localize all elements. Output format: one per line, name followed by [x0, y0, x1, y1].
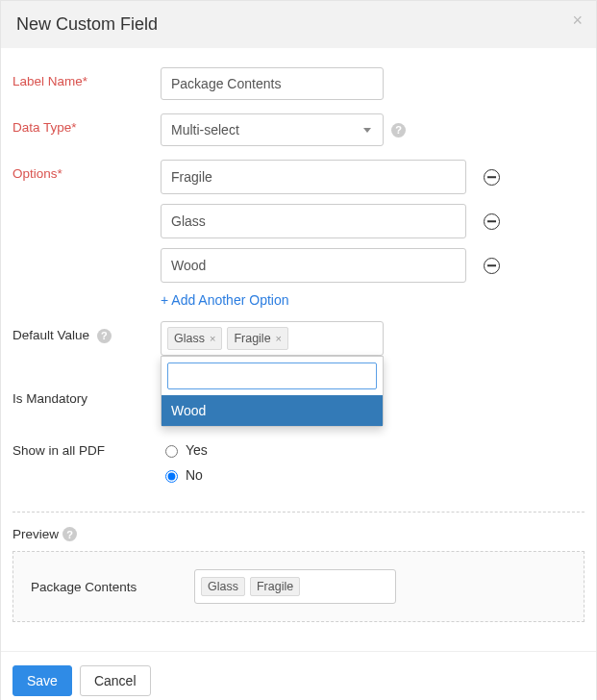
- tag: Glass ×: [167, 327, 222, 350]
- row-show-in-pdf: Show in all PDF Yes No: [12, 437, 585, 488]
- remove-option-icon[interactable]: [484, 169, 500, 186]
- label-options: Options*: [12, 160, 161, 181]
- preview-multiselect[interactable]: Glass Fragile: [194, 569, 396, 604]
- help-icon[interactable]: ?: [62, 527, 77, 541]
- option-row: [161, 160, 585, 194]
- row-default-value: Default Value ? Glass × Fragile ×: [12, 321, 585, 356]
- add-option-link[interactable]: + Add Another Option: [161, 292, 289, 308]
- option-row: [161, 248, 585, 283]
- remove-option-icon[interactable]: [484, 258, 500, 274]
- radio-label-no: No: [186, 467, 203, 483]
- preview-box: Package Contents Glass Fragile: [12, 551, 585, 622]
- label-label-name: Label Name*: [12, 67, 161, 88]
- row-label-name: Label Name*: [12, 67, 585, 100]
- label-name-input[interactable]: [161, 67, 384, 100]
- help-icon[interactable]: ?: [97, 329, 112, 343]
- label-default-value: Default Value ?: [12, 321, 161, 343]
- modal-footer: Save Cancel: [1, 651, 596, 700]
- modal-body: Label Name* Data Type* Multi-select ? Op…: [1, 48, 596, 651]
- tag-label: Glass: [208, 580, 238, 593]
- preview-field-label: Package Contents: [31, 580, 194, 594]
- default-value-dropdown: Wood: [161, 356, 384, 427]
- modal-header: New Custom Field ×: [1, 1, 596, 48]
- default-value-multiselect[interactable]: Glass × Fragile ×: [161, 321, 384, 356]
- remove-option-icon[interactable]: [484, 213, 500, 230]
- tag-label: Fragile: [257, 580, 293, 593]
- tag-remove-icon[interactable]: ×: [210, 333, 215, 344]
- preview-section: Preview ? Package Contents Glass Fragile: [12, 526, 585, 622]
- dropdown-item-wood[interactable]: Wood: [162, 395, 383, 426]
- option-input-1[interactable]: [161, 204, 466, 238]
- tag: Glass: [201, 577, 245, 596]
- radio-label-yes: Yes: [186, 442, 208, 458]
- label-preview: Preview ?: [12, 527, 77, 541]
- dropdown-search-input[interactable]: [167, 362, 377, 389]
- chevron-down-icon: [363, 128, 371, 133]
- option-row: [161, 204, 585, 238]
- data-type-select[interactable]: Multi-select: [161, 113, 384, 146]
- help-icon[interactable]: ?: [391, 123, 406, 138]
- option-input-0[interactable]: [161, 160, 466, 194]
- label-data-type: Data Type*: [12, 113, 161, 135]
- tag-label: Glass: [174, 332, 205, 345]
- row-options: Options* + Add Another Option: [12, 160, 585, 308]
- modal-title: New Custom Field: [16, 14, 158, 34]
- divider: [12, 512, 585, 512]
- row-data-type: Data Type* Multi-select ?: [12, 113, 585, 146]
- label-is-mandatory: Is Mandatory: [12, 385, 161, 406]
- tag-label: Fragile: [234, 332, 270, 345]
- save-button[interactable]: Save: [12, 665, 72, 696]
- cancel-button[interactable]: Cancel: [80, 665, 151, 696]
- data-type-value: Multi-select: [171, 122, 239, 138]
- close-icon[interactable]: ×: [572, 11, 583, 31]
- label-show-in-pdf: Show in all PDF: [12, 437, 161, 458]
- tag: Fragile: [250, 577, 300, 596]
- tag-remove-icon[interactable]: ×: [276, 333, 282, 344]
- tag: Fragile ×: [227, 327, 288, 350]
- show-pdf-yes-radio[interactable]: [165, 445, 178, 458]
- option-input-2[interactable]: [161, 248, 466, 283]
- show-pdf-no-radio[interactable]: [165, 470, 178, 483]
- new-custom-field-modal: New Custom Field × Label Name* Data Type…: [0, 0, 597, 700]
